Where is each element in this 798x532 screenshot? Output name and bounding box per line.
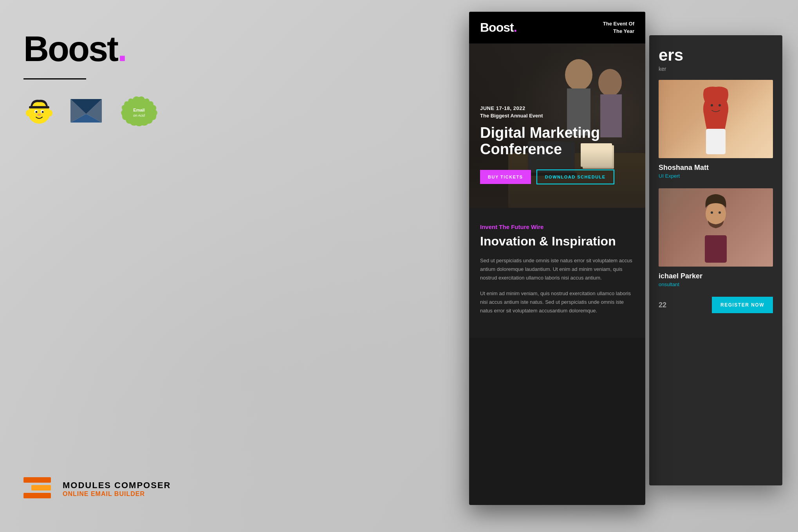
hero-event-label: The Biggest Annual Event [480,113,634,119]
bar-3 [23,493,51,498]
modules-composer: MODULES COMPOSER ONLINE EMAIL BUILDER [23,477,171,501]
svg-text:Email: Email [133,108,144,112]
svg-point-9 [48,110,52,116]
speaker-name-shoshana: Shoshana Matt [659,164,773,172]
modules-subtitle: ONLINE EMAIL BUILDER [63,491,171,498]
email-card-front: Boost. The Event Of The Year [469,12,645,505]
content-body-1: Sed ut perspiciatis unde omnis iste natu… [480,256,634,282]
speakers-header: ers ker [649,35,782,80]
svg-point-5 [36,111,38,113]
register-section: 22 REGISTER NOW [659,297,773,313]
email-clients-row: Email on Acid [23,95,157,126]
boost-logo-left: Boost. [23,31,126,67]
hero-content: JUNE 17-18, 2022 The Biggest Annual Even… [480,105,634,184]
campaign-monitor-icon [70,99,102,123]
svg-point-8 [26,110,31,116]
hero-title-line2: Conference [480,141,562,157]
left-panel: Boost. [0,0,243,532]
modules-icon [23,477,51,501]
speaker-name-michael: ichael Parker [659,272,773,280]
email-hero: JUNE 17-18, 2022 The Biggest Annual Even… [469,43,645,208]
download-schedule-button[interactable]: DOWNLOAD SCHEDULE [536,170,614,184]
speakers-subtitle: ker [659,66,773,72]
svg-point-7 [37,114,41,116]
logo-dot: . [117,29,126,69]
speaker-photo-michael [659,188,773,267]
hero-title-line1: Digital Marketing [480,124,600,141]
modules-text: MODULES COMPOSER ONLINE EMAIL BUILDER [63,480,171,498]
bar-1 [23,477,51,483]
email-logo-text: Boost [480,20,514,34]
email-mockup-container: ers ker [469,12,782,521]
tagline-line1: The Event Of [603,21,634,27]
content-body-2: Ut enim ad minim veniam, quis nostrud ex… [480,289,634,315]
svg-rect-23 [705,235,727,263]
email-content: Invent The Future Wire Inovation & Inspi… [469,208,645,338]
email-acid-icon: Email on Acid [117,95,157,126]
tagline-line2: The Year [613,28,634,34]
speaker-photo-shoshana [659,80,773,158]
mailchimp-icon [23,95,55,126]
svg-rect-19 [706,129,726,154]
speaker-role-michael: onsultant [659,281,773,287]
speakers-title: ers [659,47,773,63]
hero-title: Digital Marketing Conference [480,125,634,158]
speaker-role-shoshana: UI Expert [659,173,773,179]
svg-point-6 [42,111,44,113]
register-now-button[interactable]: REGISTER NOW [712,297,773,313]
svg-point-25 [565,59,592,90]
buy-tickets-button[interactable]: BUY TICKETS [480,170,531,184]
svg-rect-2 [29,106,49,108]
logo-text: Boost [23,29,117,69]
email-logo-dot: . [514,20,517,34]
speaker-image-shoshana [659,80,773,158]
svg-point-17 [711,104,713,106]
svg-text:on Acid: on Acid [133,114,145,117]
email-header: Boost. The Event Of The Year [469,12,645,43]
speaker-image-michael [659,188,773,267]
register-year: 22 [659,301,666,309]
speaker-card-shoshana: Shoshana Matt UI Expert [659,80,773,179]
hero-date: JUNE 17-18, 2022 [480,105,634,111]
svg-point-22 [719,211,721,214]
svg-point-21 [711,211,713,214]
speaker-card-michael: ichael Parker onsultant [659,188,773,287]
divider [23,78,86,79]
event-tagline: The Event Of The Year [603,20,634,34]
svg-point-18 [719,104,721,106]
bar-2 [31,485,51,491]
modules-title: MODULES COMPOSER [63,480,171,491]
boost-logo-email: Boost. [480,20,517,35]
content-tagline: Invent The Future Wire [480,224,634,230]
email-card-back: ers ker [649,35,782,485]
content-title: Inovation & Inspiration [480,234,634,249]
hero-buttons: BUY TICKETS DOWNLOAD SCHEDULE [480,170,634,184]
svg-point-27 [598,69,622,96]
